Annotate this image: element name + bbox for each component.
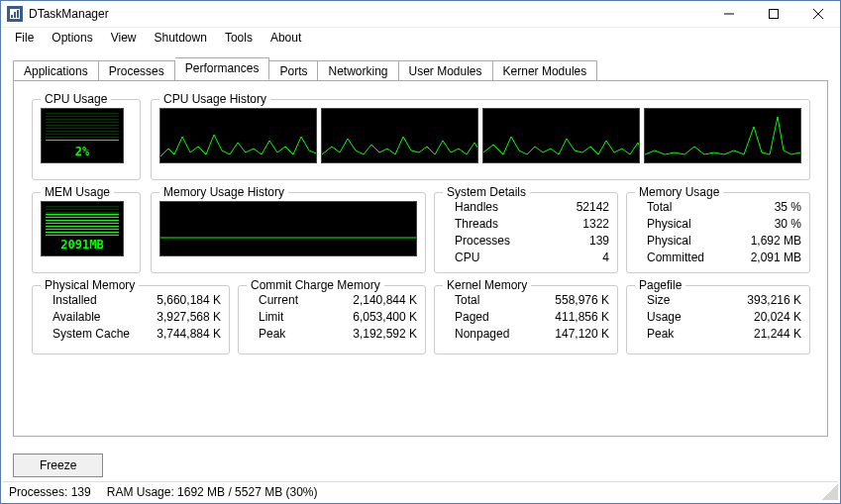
- mem-usage-value: 2091MB: [60, 238, 103, 252]
- pm-syscache-value: 3,744,884 K: [157, 326, 221, 343]
- cpu-history-group: CPU Usage History: [151, 99, 810, 180]
- status-ram: RAM Usage: 1692 MB / 5527 MB (30%): [107, 485, 318, 499]
- physical-memory-group: Physical Memory Installed5,660,184 K Ava…: [32, 285, 230, 354]
- mu-total-value: 35 %: [775, 199, 801, 216]
- threads-label: Threads: [455, 216, 498, 233]
- maximize-button[interactable]: [751, 1, 795, 28]
- tab-kerner-modules[interactable]: Kerner Modules: [493, 60, 598, 81]
- pm-available-value: 3,927,568 K: [157, 309, 221, 326]
- mu-physpct-value: 30 %: [775, 216, 801, 233]
- menu-file[interactable]: File: [7, 29, 42, 47]
- cpu-usage-value: 2%: [75, 145, 89, 158]
- pf-usage-label: Usage: [647, 309, 682, 326]
- threads-value: 1322: [582, 216, 609, 233]
- processes-value: 139: [589, 233, 609, 250]
- cc-peak-label: Peak: [259, 326, 285, 343]
- kernel-memory-group: Kernel Memory Total558,976 K Paged411,85…: [434, 285, 618, 354]
- tab-row: Applications Processes Performances Port…: [1, 48, 840, 80]
- titlebar: DTaskManager: [1, 1, 840, 28]
- pf-peak-label: Peak: [647, 326, 674, 343]
- pm-syscache-label: System Cache: [53, 326, 130, 343]
- minimize-button[interactable]: [706, 1, 751, 28]
- app-icon: [7, 6, 23, 22]
- menu-tools[interactable]: Tools: [217, 29, 261, 47]
- cc-limit-label: Limit: [259, 309, 283, 326]
- cpu-history-graph-2: [321, 108, 478, 163]
- physical-memory-label: Physical Memory: [41, 278, 139, 292]
- mem-usage-label: MEM Usage: [41, 185, 114, 199]
- cc-current-label: Current: [259, 292, 298, 309]
- memory-usage-group: Memory Usage Total35 % Physical30 % Phys…: [626, 192, 810, 273]
- cc-limit-value: 6,053,400 K: [353, 309, 417, 326]
- mu-physmb-value: 1,692 MB: [751, 233, 801, 250]
- kernel-memory-label: Kernel Memory: [443, 278, 531, 292]
- tab-content: CPU Usage 2% CPU Usage History MEM Usage: [13, 80, 828, 437]
- commit-charge-label: Commit Charge Memory: [247, 278, 384, 292]
- tab-applications[interactable]: Applications: [13, 60, 99, 81]
- km-paged-value: 411,856 K: [555, 309, 609, 326]
- svg-rect-2: [14, 12, 16, 18]
- cpu-count-label: CPU: [455, 250, 479, 266]
- tab-ports[interactable]: Ports: [269, 60, 318, 81]
- svg-rect-1: [11, 15, 13, 18]
- km-nonpaged-value: 147,120 K: [555, 326, 609, 343]
- km-nonpaged-label: Nonpaged: [455, 326, 509, 343]
- svg-rect-5: [769, 10, 778, 19]
- tab-networking[interactable]: Networking: [318, 60, 398, 81]
- cpu-history-graph-4: [644, 108, 801, 163]
- handles-value: 52142: [577, 199, 609, 216]
- km-total-value: 558,976 K: [555, 292, 609, 309]
- handles-label: Handles: [455, 199, 498, 216]
- statusbar: Processes: 139 RAM Usage: 1692 MB / 5527…: [3, 481, 838, 501]
- cpu-history-label: CPU Usage History: [159, 92, 270, 106]
- cpu-history-graph-3: [482, 108, 640, 163]
- pm-installed-value: 5,660,184 K: [157, 292, 221, 309]
- tab-performances[interactable]: Performances: [175, 57, 270, 80]
- menu-about[interactable]: About: [263, 29, 309, 47]
- mem-usage-group: MEM Usage 2091MB: [32, 192, 141, 273]
- pagefile-label: Pagefile: [635, 278, 685, 292]
- pf-size-value: 393,216 K: [747, 292, 801, 309]
- svg-rect-3: [17, 10, 19, 18]
- cpu-history-graph-1: [159, 108, 317, 163]
- processes-label: Processes: [455, 233, 510, 250]
- mu-physmb-label: Physical: [647, 233, 691, 250]
- status-processes: Processes: 139: [9, 485, 91, 499]
- menu-shutdown[interactable]: Shutdown: [147, 29, 215, 47]
- freeze-button[interactable]: Freeze: [13, 454, 103, 477]
- mu-committed-value: 2,091 MB: [751, 250, 801, 266]
- tab-user-modules[interactable]: User Modules: [399, 60, 493, 81]
- pf-size-label: Size: [647, 292, 670, 309]
- km-paged-label: Paged: [455, 309, 489, 326]
- km-total-label: Total: [455, 292, 479, 309]
- pm-installed-label: Installed: [53, 292, 97, 309]
- pf-usage-value: 20,024 K: [754, 309, 801, 326]
- window-title: DTaskManager: [29, 7, 109, 21]
- cc-current-value: 2,140,844 K: [353, 292, 417, 309]
- pf-peak-value: 21,244 K: [754, 326, 801, 343]
- pagefile-group: Pagefile Size393,216 K Usage20,024 K Pea…: [626, 285, 810, 354]
- cc-peak-value: 3,192,592 K: [353, 326, 417, 343]
- commit-charge-group: Commit Charge Memory Current2,140,844 K …: [238, 285, 426, 354]
- system-details-group: System Details Handles52142 Threads1322 …: [434, 192, 618, 273]
- system-details-label: System Details: [443, 185, 530, 199]
- menubar: File Options View Shutdown Tools About: [1, 28, 840, 48]
- mu-committed-label: Committed: [647, 250, 704, 266]
- mem-history-label: Memory Usage History: [159, 185, 288, 199]
- close-button[interactable]: [795, 1, 840, 28]
- resize-grip-icon[interactable]: [822, 484, 838, 500]
- mem-usage-gauge: 2091MB: [41, 201, 124, 256]
- mem-history-graph: [159, 201, 417, 256]
- mu-physpct-label: Physical: [647, 216, 691, 233]
- cpu-usage-group: CPU Usage 2%: [32, 99, 141, 180]
- cpu-count-value: 4: [602, 250, 609, 266]
- cpu-usage-gauge: 2%: [41, 108, 124, 163]
- cpu-usage-label: CPU Usage: [41, 92, 111, 106]
- menu-view[interactable]: View: [103, 29, 145, 47]
- tab-processes[interactable]: Processes: [99, 60, 175, 81]
- pm-available-label: Available: [53, 309, 100, 326]
- memory-usage-label: Memory Usage: [635, 185, 723, 199]
- menu-options[interactable]: Options: [44, 29, 100, 47]
- mem-history-group: Memory Usage History: [151, 192, 426, 273]
- mu-total-label: Total: [647, 199, 672, 216]
